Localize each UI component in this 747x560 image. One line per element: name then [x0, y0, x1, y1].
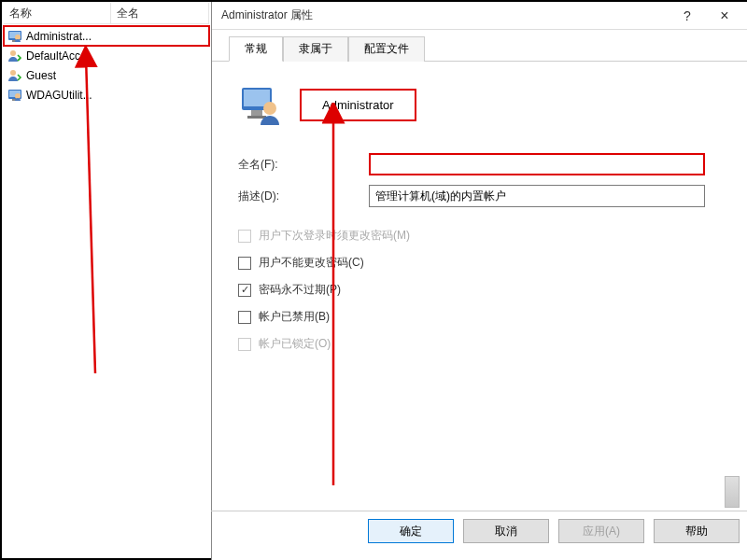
user-icon [7, 88, 22, 103]
column-fullname[interactable]: 全名 [111, 3, 209, 24]
svg-point-4 [10, 50, 16, 56]
properties-dialog: Administrator 属性 ? × 常规 隶属于 配置文件 Adminis… [211, 2, 747, 560]
user-down-icon [7, 68, 22, 83]
help-button[interactable]: ? [669, 3, 706, 29]
tab-profile[interactable]: 配置文件 [348, 36, 425, 62]
cancel-button[interactable]: 取消 [463, 519, 549, 543]
dialog-button-bar: 确定 取消 应用(A) 帮助 [211, 511, 747, 543]
checkbox-icon [238, 230, 251, 243]
check-password-never-expires[interactable]: ✓ 密码永不过期(P) [238, 282, 726, 298]
check-label: 密码永不过期(P) [259, 282, 341, 298]
check-account-locked: 帐户已锁定(O) [238, 336, 726, 352]
list-item-label: Guest [26, 69, 56, 82]
list-header: 名称 全名 [4, 4, 209, 24]
dialog-title: Administrator 属性 [221, 7, 669, 23]
fullname-label: 全名(F): [238, 157, 369, 173]
check-label: 帐户已锁定(O) [259, 336, 331, 352]
list-item-administrator[interactable]: Administrat... [4, 26, 209, 46]
user-icon [7, 29, 22, 44]
checkbox-icon [238, 311, 251, 324]
description-label: 描述(D): [238, 189, 369, 204]
close-button[interactable]: × [706, 3, 743, 29]
description-input[interactable] [369, 185, 705, 207]
titlebar: Administrator 属性 ? × [212, 2, 747, 30]
check-cannot-change-password[interactable]: 用户不能更改密码(C) [238, 255, 726, 271]
checkbox-icon [238, 257, 251, 270]
fullname-input[interactable] [369, 153, 705, 175]
check-label: 用户下次登录时须更改密码(M) [259, 228, 410, 244]
check-label: 帐户已禁用(B) [259, 309, 330, 325]
checkbox-checked-icon: ✓ [238, 284, 251, 297]
svg-rect-12 [251, 110, 262, 116]
check-label: 用户不能更改密码(C) [259, 255, 364, 271]
ok-button[interactable]: 确定 [368, 519, 454, 543]
close-icon: × [720, 7, 728, 24]
check-must-change-password: 用户下次登录时须更改密码(M) [238, 228, 726, 244]
list-item-label: DefaultAcc... [26, 49, 90, 63]
tab-memberof[interactable]: 隶属于 [283, 36, 348, 62]
tab-bar: 常规 隶属于 配置文件 [212, 32, 747, 62]
column-name[interactable]: 名称 [4, 3, 111, 24]
svg-rect-13 [247, 116, 266, 119]
user-name-heading: Administrator [300, 89, 416, 121]
help-button-bottom[interactable]: 帮助 [654, 519, 740, 543]
apply-button[interactable]: 应用(A) [558, 519, 644, 543]
svg-point-5 [10, 70, 16, 76]
scrollbar-stub [725, 476, 740, 508]
svg-point-14 [263, 102, 276, 115]
checkbox-icon [238, 338, 251, 351]
tab-general[interactable]: 常规 [229, 36, 283, 62]
list-item-guest[interactable]: Guest [4, 65, 209, 85]
user-large-icon [240, 84, 281, 125]
help-icon: ? [684, 8, 691, 23]
list-item-label: WDAGUtilit... [26, 89, 92, 102]
list-item-defaultaccount[interactable]: DefaultAcc... [4, 46, 209, 65]
user-list-panel: 名称 全名 Administrat... DefaultAcc... Gue [4, 4, 209, 558]
list-item-label: Administrat... [26, 30, 92, 43]
check-account-disabled[interactable]: 帐户已禁用(B) [238, 309, 726, 325]
user-down-icon [7, 49, 22, 63]
list-item-wdag[interactable]: WDAGUtilit... [4, 85, 209, 105]
